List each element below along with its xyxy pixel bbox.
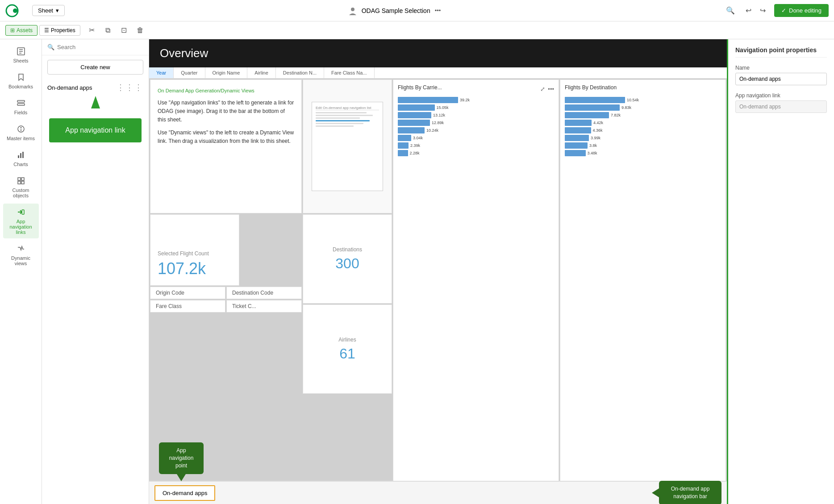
sidebar-item-app-navigation-links[interactable]: App navigation links — [3, 204, 39, 238]
top-right: 🔍 ↩ ↪ ✓ Done editing — [724, 4, 829, 17]
sidebar-item-dynamic-views[interactable]: Dynamic views — [3, 240, 39, 270]
paste-button[interactable]: ⊡ — [118, 24, 130, 37]
svg-rect-12 — [18, 155, 19, 158]
sidebar-item-master-items[interactable]: Master items — [3, 121, 39, 145]
sheet-canvas: Overview Year Quarter Origin Name Airlin… — [149, 39, 727, 504]
bookmark-icon — [16, 72, 26, 82]
bar-row: 7.82k — [565, 112, 721, 118]
overview-header: Overview — [149, 39, 727, 67]
charts-icon — [16, 150, 26, 160]
nav-link-label: App navigation link — [735, 92, 827, 99]
app-nav-link-button[interactable]: App navigation link — [49, 118, 142, 142]
filter-destination-code[interactable]: Destination Code — [226, 287, 302, 299]
fields-icon — [16, 98, 26, 108]
bar-row: 10.54k — [565, 97, 721, 103]
info-text-1: Use "App navigation links" to the left t… — [158, 99, 294, 125]
nav-point-button[interactable]: On-demand apps — [154, 485, 215, 501]
main-content: Overview Year Quarter Origin Name Airlin… — [149, 39, 727, 504]
sheet-dropdown[interactable]: Sheet ▾ — [32, 5, 65, 16]
expand-icon[interactable]: ⤢ — [540, 86, 545, 92]
custom-objects-icon — [16, 176, 26, 186]
svg-rect-13 — [20, 153, 21, 158]
chevron-down-icon: ▾ — [56, 7, 59, 14]
properties-icon: ☰ — [44, 27, 49, 33]
kpi-airlines-widget: Airlines 61 — [303, 304, 392, 394]
filter-origin-code[interactable]: Origin Code — [150, 287, 225, 299]
sheet-main-grid: On Demand App Generation/Dynamic Views U… — [149, 79, 727, 503]
ondemand-nav-bar-callout-container: On-demand app navigation bar — [659, 481, 721, 504]
filter-row-2: Fare Class Ticket C... — [150, 300, 302, 312]
undo-redo: ↩ ↪ — [742, 4, 769, 17]
more-icon[interactable]: ••• — [548, 86, 554, 92]
bar-row: 2.39k — [398, 142, 554, 149]
done-editing-button[interactable]: ✓ Done editing — [774, 4, 829, 17]
name-label: Name — [735, 65, 827, 71]
app-nav-point-callout: App navigation point — [159, 442, 204, 474]
svg-rect-14 — [22, 152, 24, 158]
more-options-icon[interactable]: ••• — [435, 7, 441, 14]
thumbnail-widget: Edit On-demand app navigation list — [303, 79, 392, 213]
odag-link[interactable]: On Demand App Generation/Dynamic Views — [158, 87, 294, 95]
master-items-icon — [16, 124, 26, 134]
filter-chip-destination-n[interactable]: Destination N... — [276, 67, 324, 78]
panel-item-label: On-demand apps — [47, 84, 92, 91]
sidebar-item-fields[interactable]: Fields — [3, 95, 39, 119]
chart1-title: Flights By Carrie... — [398, 84, 442, 91]
sidebar-item-custom-objects[interactable]: Custom objects — [3, 172, 39, 202]
dynamic-views-icon — [16, 244, 26, 254]
assets-icon: ⊞ — [10, 27, 15, 33]
toolbar: ⊞ Assets ☰ Properties ✂ ⧉ ⊡ 🗑 — [0, 21, 834, 39]
assets-panel: 🔍 Create new On-demand apps ⋮⋮⋮ App navi… — [42, 39, 149, 504]
cut-button[interactable]: ✂ — [86, 24, 98, 37]
checkmark-icon: ✓ — [781, 7, 786, 14]
panel-item-on-demand-apps[interactable]: On-demand apps ⋮⋮⋮ — [42, 79, 149, 96]
filter-chip-fare-class-na[interactable]: Fare Class Na... — [324, 67, 374, 78]
filter-chip-year[interactable]: Year — [149, 67, 174, 78]
chart1-toolbar: ⤢ ••• — [540, 86, 554, 92]
search-input[interactable] — [57, 44, 143, 50]
callout-label: App navigation point — [169, 447, 194, 469]
sidebar-item-label: App navigation links — [5, 219, 37, 235]
kpi-flight-count-label: Selected Flight Count — [158, 250, 209, 257]
tab-assets[interactable]: ⊞ Assets — [5, 25, 38, 36]
kpi-flight-count-value: 107.2k — [158, 259, 206, 278]
app-nav-link-container: App navigation link — [42, 109, 149, 146]
tab-properties[interactable]: ☰ Properties — [39, 25, 80, 36]
search-button[interactable]: 🔍 — [724, 4, 737, 17]
app-nav-arrow — [91, 96, 100, 108]
filter-chip-origin-name[interactable]: Origin Name — [205, 67, 248, 78]
kpi-airlines-label: Airlines — [338, 337, 356, 343]
filter-chip-airline[interactable]: Airline — [247, 67, 276, 78]
bar-row: 3.8k — [565, 142, 721, 149]
done-editing-label: Done editing — [789, 7, 821, 14]
copy-button[interactable]: ⧉ — [102, 24, 114, 37]
kpi-destinations-label: Destinations — [333, 246, 362, 253]
kpi-destinations-value: 300 — [335, 255, 359, 272]
search-box: 🔍 — [42, 39, 149, 55]
filter-chip-quarter[interactable]: Quarter — [174, 67, 205, 78]
svg-point-10 — [20, 127, 21, 129]
name-input[interactable] — [735, 73, 827, 85]
sidebar-item-label: Custom objects — [5, 187, 37, 198]
form-group-name: Name — [735, 65, 827, 85]
bar-row: 9.83k — [565, 104, 721, 111]
delete-button[interactable]: 🗑 — [134, 24, 146, 37]
sidebar-item-label: Fields — [14, 110, 27, 115]
kpi-airlines-value: 61 — [339, 346, 355, 362]
sidebar-item-bookmarks[interactable]: Bookmarks — [3, 69, 39, 93]
panel-item-dots[interactable]: ⋮⋮⋮ — [117, 83, 143, 92]
assets-label: Assets — [17, 27, 33, 33]
qlik-logo — [5, 4, 27, 18]
redo-button[interactable]: ↪ — [756, 4, 769, 17]
sidebar-item-charts[interactable]: Charts — [3, 146, 39, 171]
sidebar-item-sheets[interactable]: Sheets — [3, 43, 39, 67]
bottom-nav-bar: On-demand apps App navigation point On-d… — [149, 481, 727, 504]
undo-button[interactable]: ↩ — [742, 4, 755, 17]
svg-point-1 — [13, 8, 17, 13]
ondemand-nav-bar-callout: On-demand app navigation bar — [659, 481, 721, 504]
filter-ticket-c[interactable]: Ticket C... — [226, 300, 302, 312]
filter-fare-class[interactable]: Fare Class — [150, 300, 225, 312]
bar-row: 3.04k — [398, 135, 554, 141]
create-new-button[interactable]: Create new — [47, 60, 143, 75]
chart-flights-by-destination: Flights By Destination 10.54k9.83k7.82k4… — [560, 79, 726, 502]
